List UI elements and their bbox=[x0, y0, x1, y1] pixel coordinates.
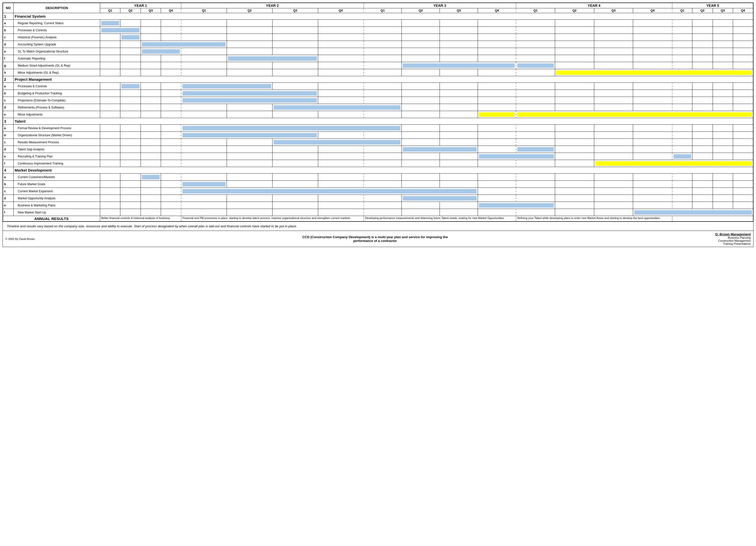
empty-cell bbox=[440, 209, 478, 216]
empty-cell bbox=[181, 20, 227, 27]
empty-cell bbox=[141, 160, 161, 167]
gantt-row: a Current Customers/Markets bbox=[3, 174, 753, 181]
annual-result-y5 bbox=[672, 216, 753, 222]
empty-cell bbox=[692, 90, 713, 97]
empty-cell bbox=[733, 153, 753, 160]
empty-cell bbox=[364, 20, 402, 27]
bar-cell bbox=[181, 181, 227, 188]
empty-cell bbox=[100, 125, 120, 132]
empty-cell bbox=[692, 153, 713, 160]
sub-letter: b bbox=[3, 132, 14, 139]
empty-cell bbox=[272, 181, 318, 188]
row-desc: Budgeting & Production Tracking bbox=[14, 90, 100, 97]
empty-cell bbox=[141, 83, 161, 90]
empty-cell bbox=[364, 62, 402, 69]
empty-cell bbox=[692, 83, 713, 90]
empty-cell bbox=[594, 62, 633, 69]
empty-cell bbox=[181, 111, 227, 118]
empty-cell bbox=[402, 174, 440, 181]
empty-cell bbox=[672, 55, 692, 62]
empty-cell bbox=[402, 202, 440, 209]
empty-cell bbox=[318, 146, 364, 153]
year1-header: YEAR 1 bbox=[100, 3, 181, 8]
empty-cell bbox=[181, 209, 227, 216]
empty-cell bbox=[440, 55, 478, 62]
empty-cell bbox=[141, 90, 161, 97]
empty-cell bbox=[692, 20, 713, 27]
empty-cell bbox=[120, 55, 141, 62]
sub-letter: e bbox=[3, 153, 14, 160]
empty-cell bbox=[364, 146, 402, 153]
row-desc: Future Market Goals bbox=[14, 181, 100, 188]
empty-cell bbox=[100, 132, 120, 139]
empty-cell bbox=[120, 69, 141, 76]
empty-cell bbox=[672, 146, 692, 153]
sub-letter: h bbox=[3, 69, 14, 76]
empty-cell bbox=[440, 153, 478, 160]
empty-cell bbox=[478, 174, 516, 181]
empty-cell bbox=[318, 153, 364, 160]
bar-blue bbox=[182, 182, 226, 186]
empty-cell bbox=[692, 202, 713, 209]
row-desc: Projections (Estimate-To-Complete) bbox=[14, 97, 100, 104]
empty-cell bbox=[227, 174, 273, 181]
empty-cell bbox=[516, 209, 555, 216]
empty-cell bbox=[692, 104, 713, 111]
y1q1: Q1 bbox=[100, 8, 120, 13]
empty-cell bbox=[364, 90, 402, 97]
annual-result-y4: Refining your Talent while developing pl… bbox=[516, 216, 672, 222]
empty-cell bbox=[478, 104, 516, 111]
empty-cell bbox=[318, 111, 364, 118]
empty-cell bbox=[318, 41, 364, 48]
gantt-row: f New Market Start-Up bbox=[3, 209, 753, 216]
row-desc: Minor Adjustments bbox=[14, 111, 100, 118]
empty-cell bbox=[161, 153, 181, 160]
empty-cell bbox=[555, 90, 594, 97]
row-desc: Accounting System Upgrade bbox=[14, 41, 100, 48]
empty-cell bbox=[120, 48, 141, 55]
empty-cell bbox=[318, 69, 364, 76]
empty-cell bbox=[141, 62, 161, 69]
no-header: NO bbox=[3, 3, 14, 13]
empty-cell bbox=[161, 90, 181, 97]
empty-cell bbox=[318, 209, 364, 216]
empty-cell bbox=[440, 48, 478, 55]
bar-blue bbox=[479, 154, 554, 159]
empty-cell bbox=[516, 69, 555, 76]
gantt-row: a Processes & Controls bbox=[3, 83, 753, 90]
gantt-row: b Future Market Goals bbox=[3, 181, 753, 188]
empty-cell bbox=[555, 83, 594, 90]
empty-cell bbox=[181, 62, 227, 69]
gantt-row: e Business & Marketing Plans bbox=[3, 202, 753, 209]
empty-cell bbox=[672, 202, 692, 209]
empty-cell bbox=[318, 181, 364, 188]
empty-cell bbox=[633, 153, 672, 160]
year-header-row: NO DESCRIPTION YEAR 1 YEAR 2 YEAR 3 YEAR… bbox=[3, 3, 753, 8]
empty-cell bbox=[713, 202, 733, 209]
empty-cell bbox=[364, 97, 402, 104]
gantt-row: d Market Opportunity Analysis bbox=[3, 195, 753, 202]
empty-cell bbox=[100, 146, 120, 153]
gantt-row: e GL To Match Organizational Structure bbox=[3, 48, 753, 55]
empty-cell bbox=[692, 125, 713, 132]
empty-cell bbox=[692, 188, 713, 195]
bar-blue bbox=[142, 49, 180, 54]
empty-cell bbox=[713, 188, 733, 195]
empty-cell bbox=[318, 97, 364, 104]
bar-blue bbox=[403, 63, 515, 68]
empty-cell bbox=[120, 97, 141, 104]
empty-cell bbox=[227, 181, 273, 188]
empty-cell bbox=[364, 48, 402, 55]
footer-bottom: © 2002 By David Brown CCD (Construction … bbox=[3, 231, 753, 247]
empty-cell bbox=[633, 62, 672, 69]
empty-cell bbox=[272, 146, 318, 153]
bar-cell bbox=[181, 97, 318, 104]
y4q3: Q3 bbox=[594, 8, 633, 13]
sub-letter: c bbox=[3, 188, 14, 195]
empty-cell bbox=[141, 132, 161, 139]
empty-cell bbox=[440, 132, 478, 139]
empty-cell bbox=[120, 125, 141, 132]
sub-letter: d bbox=[3, 195, 14, 202]
sub-letter: a bbox=[3, 125, 14, 132]
empty-cell bbox=[161, 34, 181, 41]
